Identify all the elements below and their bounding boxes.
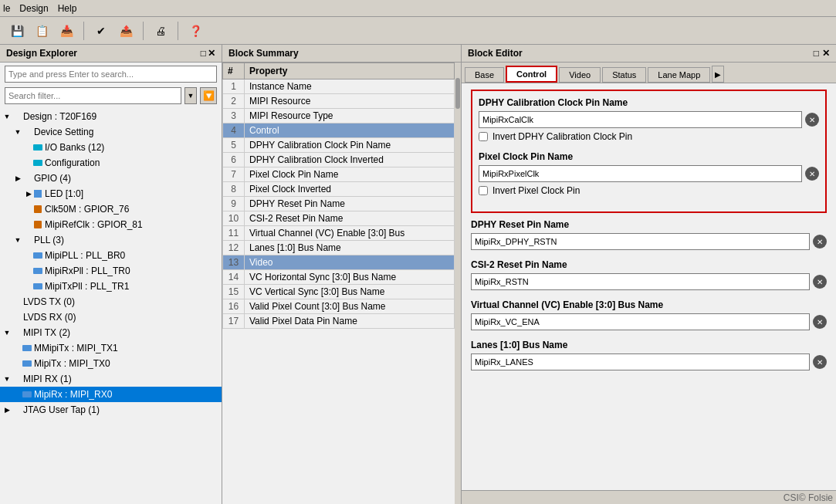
dphy-cal-clock-input[interactable] <box>479 111 802 128</box>
table-row[interactable]: 4Control <box>223 123 455 138</box>
field-input[interactable] <box>471 233 810 250</box>
minimize-button[interactable]: □ <box>201 48 206 59</box>
invert-pixel-checkbox[interactable] <box>479 186 488 195</box>
tab-lane-mapp[interactable]: Lane Mapp <box>648 67 710 83</box>
tree-item[interactable]: ▼MIPI TX (2) <box>0 325 222 340</box>
save-button[interactable]: 💾 <box>6 20 28 42</box>
tree-item[interactable]: MipiPLL : PLL_BR0 <box>0 248 222 263</box>
row-property: DPHY Reset Pin Name <box>245 197 455 211</box>
tree-item[interactable]: MipiTxPll : PLL_TR1 <box>0 279 222 294</box>
table-row[interactable]: 7Pixel Clock Pin Name <box>223 167 455 182</box>
tree-item[interactable]: ▶JTAG User Tap (1) <box>0 402 222 418</box>
table-row[interactable]: 6DPHY Calibration Clock Inverted <box>223 153 455 167</box>
print-button[interactable]: 🖨 <box>150 20 171 42</box>
field-group: CSI-2 Reset Pin Name✕ <box>471 259 827 290</box>
table-row[interactable]: 9DPHY Reset Pin Name <box>223 197 455 211</box>
tree-item[interactable]: MipiRefClk : GPIOR_81 <box>0 217 222 232</box>
tree-item[interactable]: Configuration <box>0 155 222 171</box>
tree-item[interactable]: I/O Banks (12) <box>0 140 222 155</box>
table-row[interactable]: 12Lanes [1:0] Bus Name <box>223 241 455 255</box>
export-button[interactable]: 📤 <box>115 20 137 42</box>
tree-item[interactable]: ▼MIPI RX (1) <box>0 371 222 387</box>
table-row[interactable]: 16Valid Pixel Count [3:0] Bus Name <box>223 299 455 314</box>
tree-toggle-icon[interactable]: ▼ <box>14 236 22 244</box>
check-button[interactable]: ✔ <box>90 20 112 42</box>
menu-help[interactable]: Help <box>58 3 77 14</box>
field-input-row: ✕ <box>471 353 827 370</box>
toolbar-separator-2 <box>143 22 144 40</box>
field-clear-button[interactable]: ✕ <box>813 235 827 249</box>
tree-item[interactable]: LVDS TX (0) <box>0 294 222 310</box>
tree-toggle-icon[interactable]: ▼ <box>3 329 11 337</box>
table-row[interactable]: 11Virtual Channel (VC) Enable [3:0] Bus <box>223 226 455 241</box>
table-row[interactable]: 3MIPI Resource Type <box>223 109 455 123</box>
field-clear-button[interactable]: ✕ <box>813 355 827 369</box>
table-row[interactable]: 5DPHY Calibration Clock Pin Name <box>223 138 455 153</box>
invert-dphy-label: Invert DPHY Calibration Clock Pin <box>492 131 632 142</box>
search-input[interactable] <box>5 66 217 83</box>
filter-input[interactable] <box>5 87 181 104</box>
field-clear-button[interactable]: ✕ <box>813 275 827 289</box>
table-row[interactable]: 17Valid Pixel Data Pin Name <box>223 314 455 329</box>
toolbar-separator-1 <box>83 22 84 40</box>
tree-item[interactable]: LVDS RX (0) <box>0 310 222 325</box>
row-property: Pixel Clock Pin Name <box>245 167 455 182</box>
filter-row: ▼ 🔽 <box>5 87 217 104</box>
tree-item[interactable]: MipiRxPll : PLL_TR0 <box>0 263 222 279</box>
table-row[interactable]: 1Instance Name <box>223 79 455 94</box>
tree-item[interactable]: ▼PLL (3) <box>0 232 222 248</box>
filter-advanced-button[interactable]: 🔽 <box>200 87 217 104</box>
tree-item[interactable]: ▶LED [1:0] <box>0 186 222 201</box>
help-button[interactable]: ❓ <box>184 20 206 42</box>
row-num: 2 <box>223 94 245 109</box>
tab-status[interactable]: Status <box>602 67 646 83</box>
pixel-clock-clear-button[interactable]: ✕ <box>805 167 819 181</box>
tab-control[interactable]: Control <box>506 66 557 83</box>
tree-item[interactable]: ▼Device Setting <box>0 124 222 140</box>
dphy-cal-clock-field-group: DPHY Calibration Clock Pin Name ✕ Invert… <box>479 97 819 142</box>
row-property: MIPI Resource <box>245 94 455 109</box>
field-input[interactable] <box>471 313 810 330</box>
tab-more-button[interactable]: ▶ <box>712 66 724 83</box>
pixel-clock-input[interactable] <box>479 165 802 182</box>
open-button[interactable]: 📥 <box>56 20 77 42</box>
block-editor-minimize[interactable]: □ <box>814 48 819 59</box>
field-group: Lanes [1:0] Bus Name✕ <box>471 340 827 370</box>
block-editor-close[interactable]: ✕ <box>822 48 830 59</box>
field-input[interactable] <box>471 353 810 370</box>
tree-item-label: MipiRxPll : PLL_TR0 <box>45 266 130 276</box>
table-row[interactable]: 14VC Horizontal Sync [3:0] Bus Name <box>223 270 455 285</box>
tree-item[interactable]: ▼Design : T20F169 <box>0 109 222 124</box>
field-input[interactable] <box>471 273 810 290</box>
tree-toggle-icon[interactable]: ▶ <box>14 174 22 182</box>
table-row[interactable]: 10CSI-2 Reset Pin Name <box>223 211 455 226</box>
tree-item[interactable]: ▶GPIO (4) <box>0 171 222 186</box>
tree-toggle-icon[interactable]: ▼ <box>3 375 11 383</box>
close-button[interactable]: ✕ <box>208 48 215 59</box>
invert-dphy-checkbox-row: Invert DPHY Calibration Clock Pin <box>479 131 819 142</box>
table-row[interactable]: 13Video <box>223 255 455 270</box>
tree-toggle-icon[interactable]: ▶ <box>25 190 32 198</box>
tree-item-label: MMipiTx : MIPI_TX1 <box>34 343 118 353</box>
menu-le[interactable]: le <box>3 3 10 14</box>
tree-toggle-icon[interactable]: ▶ <box>3 406 11 414</box>
invert-dphy-checkbox[interactable] <box>479 132 488 141</box>
table-row[interactable]: 15VC Vertical Sync [3:0] Bus Name <box>223 285 455 299</box>
tree-toggle-icon[interactable]: ▼ <box>3 113 11 120</box>
copy-button[interactable]: 📋 <box>31 20 52 42</box>
tree-item[interactable]: MMipiTx : MIPI_TX1 <box>0 340 222 356</box>
field-clear-button[interactable]: ✕ <box>813 315 827 329</box>
menu-design[interactable]: Design <box>19 3 48 14</box>
row-num: 9 <box>223 197 245 211</box>
tab-video[interactable]: Video <box>559 67 601 83</box>
row-num: 6 <box>223 153 245 167</box>
tree-item[interactable]: MipiRx : MIPI_RX0 <box>0 387 222 402</box>
tree-toggle-icon[interactable]: ▼ <box>14 128 22 136</box>
tree-item[interactable]: Clk50M : GPIOR_76 <box>0 201 222 217</box>
mid-scrollbar[interactable] <box>455 63 461 504</box>
table-row[interactable]: 8Pixel Clock Inverted <box>223 182 455 197</box>
tree-item[interactable]: MipiTx : MIPI_TX0 <box>0 356 222 371</box>
table-row[interactable]: 2MIPI Resource <box>223 94 455 109</box>
dphy-cal-clock-clear-button[interactable]: ✕ <box>805 113 819 127</box>
tab-base[interactable]: Base <box>465 67 504 83</box>
